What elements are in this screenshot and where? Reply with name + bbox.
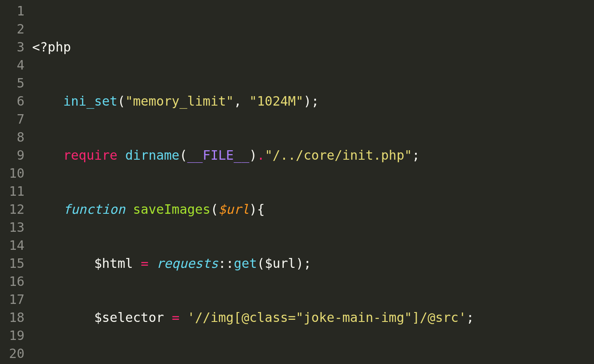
line-number: 18 [3, 309, 24, 327]
code-editor[interactable]: 1 2 3 4 5 6 7 8 9 10 11 12 13 14 15 16 1… [0, 0, 594, 364]
line-number: 16 [3, 273, 24, 291]
code-line-3[interactable]: require dirname(__FILE__)."/../core/init… [32, 146, 594, 164]
line-number: 2 [3, 20, 24, 38]
line-number: 3 [3, 38, 24, 56]
line-number: 20 [3, 345, 24, 363]
line-number: 14 [3, 237, 24, 255]
line-number-gutter: 1 2 3 4 5 6 7 8 9 10 11 12 13 14 15 16 1… [0, 0, 32, 364]
code-line-4[interactable]: function saveImages($url){ [32, 200, 594, 218]
line-number: 9 [3, 146, 24, 164]
php-open-tag: <?php [32, 39, 71, 55]
line-number: 17 [3, 291, 24, 309]
line-number: 13 [3, 218, 24, 237]
code-line-2[interactable]: ini_set("memory_limit", "1024M"); [32, 92, 594, 110]
line-number: 15 [3, 255, 24, 273]
line-number: 5 [3, 74, 24, 92]
code-line-6[interactable]: $selector = '//img[@class="joke-main-img… [32, 309, 594, 327]
code-line-5[interactable]: $html = requests::get($url); [32, 255, 594, 273]
line-number: 11 [3, 182, 24, 200]
line-number: 10 [3, 164, 24, 182]
line-number: 7 [3, 110, 24, 128]
code-line-1[interactable]: <?php [32, 38, 594, 56]
line-number: 8 [3, 128, 24, 146]
line-number: 19 [3, 327, 24, 345]
line-number: 6 [3, 92, 24, 110]
code-content[interactable]: <?php ini_set("memory_limit", "1024M"); … [32, 0, 594, 364]
line-number: 12 [3, 200, 24, 218]
line-number: 4 [3, 56, 24, 74]
line-number: 1 [3, 2, 24, 20]
